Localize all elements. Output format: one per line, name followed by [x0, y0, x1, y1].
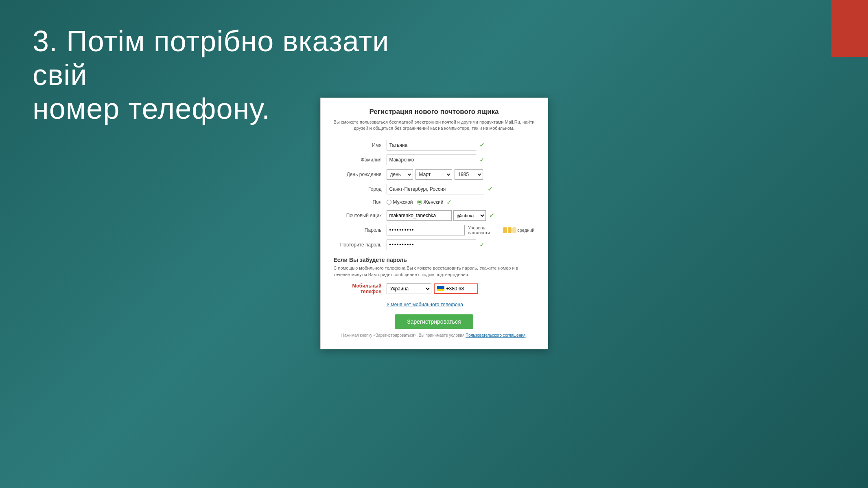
- email-fields: @inbox.r: [387, 210, 486, 221]
- form-title: Регистрация нового почтового ящика: [334, 108, 535, 116]
- terms-suffix: .: [525, 333, 527, 338]
- email-input[interactable]: [387, 210, 452, 221]
- dob-row: День рождения день Март 1985: [334, 169, 535, 180]
- phone-label: Мобильный телефон: [334, 283, 387, 294]
- surname-checkmark: ✓: [479, 156, 485, 163]
- ukraine-flag: [437, 286, 444, 291]
- terms-text: Нажимая кнопку «Зарегистрироваться», Вы …: [334, 333, 535, 338]
- email-checkmark: ✓: [489, 211, 494, 219]
- gender-female-radio[interactable]: [417, 200, 422, 205]
- password-label: Пароль: [334, 227, 387, 233]
- confirm-password-label: Повторите пароль: [334, 242, 387, 248]
- registration-form: Регистрация нового почтового ящика Вы см…: [320, 98, 548, 349]
- surname-label: Фамилия: [334, 157, 387, 163]
- dob-fields: день Март 1985: [387, 169, 483, 180]
- gender-male-option[interactable]: Мужской: [387, 199, 413, 205]
- phone-country-select[interactable]: Украина: [387, 283, 431, 294]
- register-button[interactable]: Зарегистрироваться: [395, 314, 473, 329]
- strength-value: средний: [517, 228, 534, 233]
- surname-row: Фамилия ✓: [334, 155, 535, 165]
- password-row: Пароль Уровень сложности: средний: [334, 225, 535, 235]
- strength-icon-3: [512, 227, 516, 233]
- confirm-password-row: Повторите пароль ✓: [334, 240, 535, 250]
- name-row: Имя ✓: [334, 140, 535, 150]
- city-row: Город ✓: [334, 184, 535, 194]
- strength-label: Уровень сложности:: [468, 225, 502, 235]
- form-subtitle: Вы сможете пользоваться бесплатной элект…: [334, 119, 535, 132]
- dob-label: День рождения: [334, 172, 387, 177]
- city-label: Город: [334, 186, 387, 192]
- gender-female-label: Женский: [424, 199, 444, 205]
- gender-male-radio[interactable]: [387, 200, 391, 205]
- name-input[interactable]: [387, 140, 476, 150]
- name-checkmark: ✓: [479, 141, 485, 149]
- city-input[interactable]: [387, 184, 484, 194]
- phone-row: Мобильный телефон Украина: [334, 283, 535, 294]
- name-label: Имя: [334, 142, 387, 148]
- gender-label: Пол: [334, 199, 387, 205]
- strength-icon-2: [508, 227, 512, 233]
- confirm-checkmark: ✓: [479, 241, 485, 248]
- gender-checkmark: ✓: [446, 198, 452, 206]
- email-label: Почтовый ящик: [334, 213, 387, 218]
- city-checkmark: ✓: [488, 185, 493, 193]
- dob-day-select[interactable]: день: [387, 169, 413, 180]
- phone-input-container: [434, 283, 478, 294]
- phone-fields: Украина: [387, 283, 478, 294]
- gender-female-option[interactable]: Женский: [417, 199, 444, 205]
- dob-month-select[interactable]: Март: [415, 169, 452, 180]
- dob-year-select[interactable]: 1985: [455, 169, 483, 180]
- strength-icon-1: [503, 227, 507, 233]
- recovery-desc: С помощью мобильного телефона Вы сможете…: [334, 265, 535, 278]
- gender-female-dot: [418, 201, 421, 203]
- recovery-section: Если Вы забудете пароль С помощью мобиль…: [334, 257, 535, 308]
- terms-prefix: Нажимая кнопку «Зарегистрироваться», Вы …: [341, 333, 466, 338]
- gender-row: Пол Мужской Женский ✓: [334, 198, 535, 206]
- email-row: Почтовый ящик @inbox.r ✓: [334, 210, 535, 221]
- phone-number-input[interactable]: [446, 286, 475, 292]
- terms-link[interactable]: Пользовательского соглашения: [466, 333, 525, 338]
- red-accent-decoration: [831, 0, 868, 57]
- confirm-password-input[interactable]: [387, 240, 476, 250]
- recovery-title: Если Вы забудете пароль: [334, 257, 535, 263]
- password-strength: Уровень сложности: средний: [468, 225, 535, 235]
- flag-bottom: [437, 289, 444, 291]
- gender-male-label: Мужской: [393, 199, 413, 205]
- gender-options: Мужской Женский: [387, 199, 444, 205]
- email-domain-select[interactable]: @inbox.r: [453, 210, 486, 221]
- surname-input[interactable]: [387, 155, 476, 165]
- no-phone-link[interactable]: У меня нет мобильного телефона: [387, 302, 463, 307]
- password-input[interactable]: [387, 225, 465, 235]
